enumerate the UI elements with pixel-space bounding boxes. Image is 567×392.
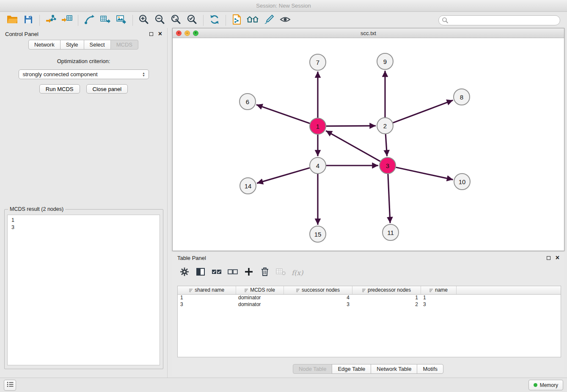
apply-layout-button[interactable] <box>206 14 223 27</box>
close-window-icon[interactable]: × <box>176 30 182 36</box>
close-panel-icon[interactable]: × <box>158 30 162 37</box>
edge-2-3[interactable] <box>385 134 387 156</box>
table-toolbar: f(x) <box>178 265 303 281</box>
edge-4-14[interactable] <box>257 168 310 183</box>
memory-label: Memory <box>540 382 558 388</box>
node-table[interactable]: shared nameMCDS rolesuccessor nodesprede… <box>177 286 561 357</box>
floppy-disk-icon <box>24 15 33 26</box>
node-7[interactable]: 7 <box>310 54 326 70</box>
show-hide-button[interactable] <box>277 14 293 27</box>
mcds-result-list[interactable]: 13 <box>7 215 160 365</box>
edge-3-11[interactable] <box>388 174 390 223</box>
cell-successor-nodes: 3 <box>284 301 352 308</box>
tab-mcds[interactable]: MCDS <box>110 40 138 50</box>
column-header-name[interactable]: name <box>421 286 456 294</box>
export-image-icon <box>116 14 127 27</box>
tab-network[interactable]: Network <box>28 40 61 50</box>
minimize-window-icon[interactable]: − <box>184 30 190 36</box>
zoom-selected-button[interactable] <box>184 14 200 27</box>
memory-button[interactable]: Memory <box>528 380 563 390</box>
paint-brush-icon <box>264 14 275 27</box>
column-header-predecessor-nodes[interactable]: predecessor nodes <box>352 286 421 294</box>
edge-3-1[interactable] <box>326 131 380 161</box>
optimization-select-value: strongly connected component <box>23 71 98 77</box>
tab-node-table[interactable]: Node Table <box>293 364 333 374</box>
tab-select[interactable]: Select <box>84 40 111 50</box>
run-mcds-button[interactable]: Run MCDS <box>39 84 80 94</box>
maximize-window-icon[interactable]: + <box>193 30 198 36</box>
column-chooser-icon <box>196 267 205 278</box>
tab-motifs[interactable]: Motifs <box>417 364 443 374</box>
tab-edge-table[interactable]: Edge Table <box>332 364 371 374</box>
result-line: 3 <box>11 224 156 231</box>
clone-network-button[interactable] <box>229 14 245 27</box>
node-14[interactable]: 14 <box>240 178 256 194</box>
tab-network-table[interactable]: Network Table <box>371 364 417 374</box>
node-11[interactable]: 11 <box>383 224 399 240</box>
new-network-button[interactable] <box>81 14 97 27</box>
table-body: 1dominator4113dominator323 <box>178 294 561 308</box>
edge-1-2[interactable] <box>326 126 376 126</box>
mcds-result-title: MCDS result (2 nodes) <box>8 206 65 212</box>
edge-2-8[interactable] <box>393 100 453 123</box>
import-table-button[interactable] <box>59 14 75 27</box>
main-toolbar <box>0 12 567 28</box>
cell-predecessor-nodes: 1 <box>352 294 421 301</box>
import-network-button[interactable] <box>43 14 59 27</box>
export-image-button[interactable] <box>113 14 129 27</box>
column-chooser-button[interactable] <box>194 266 207 279</box>
gear-icon <box>179 267 190 279</box>
zoom-fit-button[interactable] <box>168 14 184 27</box>
node-10[interactable]: 10 <box>454 174 470 190</box>
node-3[interactable]: 3 <box>380 157 396 174</box>
open-folder-icon <box>7 15 18 26</box>
cell-mcds-role: dominator <box>236 294 284 301</box>
column-header-mcds-role[interactable]: MCDS role <box>236 286 284 294</box>
network-canvas[interactable]: 7968124314101511 <box>173 38 564 251</box>
close-panel-button[interactable]: Close panel <box>86 84 128 94</box>
node-9[interactable]: 9 <box>377 53 393 69</box>
close-table-panel-icon[interactable]: × <box>556 254 559 261</box>
node-8[interactable]: 8 <box>454 89 470 105</box>
node-4[interactable]: 4 <box>310 157 326 174</box>
column-header-shared-name[interactable]: shared name <box>178 286 236 294</box>
window-title: Session: New Session <box>256 3 311 9</box>
table-settings-button[interactable] <box>178 266 191 279</box>
function-builder-button[interactable]: f(x) <box>292 269 303 277</box>
show-panels-button[interactable] <box>4 380 16 391</box>
clone-network-icon <box>231 14 242 27</box>
tab-style[interactable]: Style <box>60 40 84 50</box>
edge-1-6[interactable] <box>256 105 310 123</box>
zoom-in-button[interactable] <box>136 14 152 27</box>
save-session-button[interactable] <box>20 14 36 27</box>
delete-row-button[interactable] <box>259 266 271 279</box>
add-row-button[interactable] <box>242 266 255 279</box>
table-row[interactable]: 3dominator323 <box>178 301 561 308</box>
zoom-out-button[interactable] <box>152 14 168 27</box>
optimization-select[interactable]: strongly connected component ▲▼ <box>19 69 149 79</box>
select-all-rows-button[interactable] <box>210 266 223 279</box>
toolbar-separator <box>226 15 226 26</box>
control-panel-title: Control Panel <box>5 31 39 37</box>
column-header-successor-nodes[interactable]: successor nodes <box>284 286 352 294</box>
overview-button[interactable] <box>245 14 261 27</box>
mcds-result-groupbox: MCDS result (2 nodes) 13 <box>4 209 163 369</box>
float-panel-icon[interactable] <box>149 32 153 36</box>
open-session-button[interactable] <box>4 14 20 27</box>
table-row[interactable]: 1dominator411 <box>178 294 561 301</box>
node-15[interactable]: 15 <box>310 226 326 242</box>
edge-3-10[interactable] <box>396 167 453 179</box>
clear-table-button[interactable] <box>275 266 287 279</box>
control-panel-tabs: NetworkStyleSelectMCDS <box>0 40 167 50</box>
node-2[interactable]: 2 <box>377 118 393 134</box>
node-1[interactable]: 1 <box>310 118 326 134</box>
table-panel: Table Panel × <box>172 252 564 376</box>
style-paint-button[interactable] <box>261 14 277 27</box>
float-table-panel-icon[interactable] <box>547 256 550 260</box>
network-window-titlebar[interactable]: × − + scc.txt <box>173 28 564 38</box>
deselect-all-rows-button[interactable] <box>226 266 239 279</box>
export-table-button[interactable] <box>97 14 113 27</box>
clear-table-icon <box>276 268 286 278</box>
node-6[interactable]: 6 <box>239 94 256 110</box>
search-input[interactable] <box>438 15 560 25</box>
